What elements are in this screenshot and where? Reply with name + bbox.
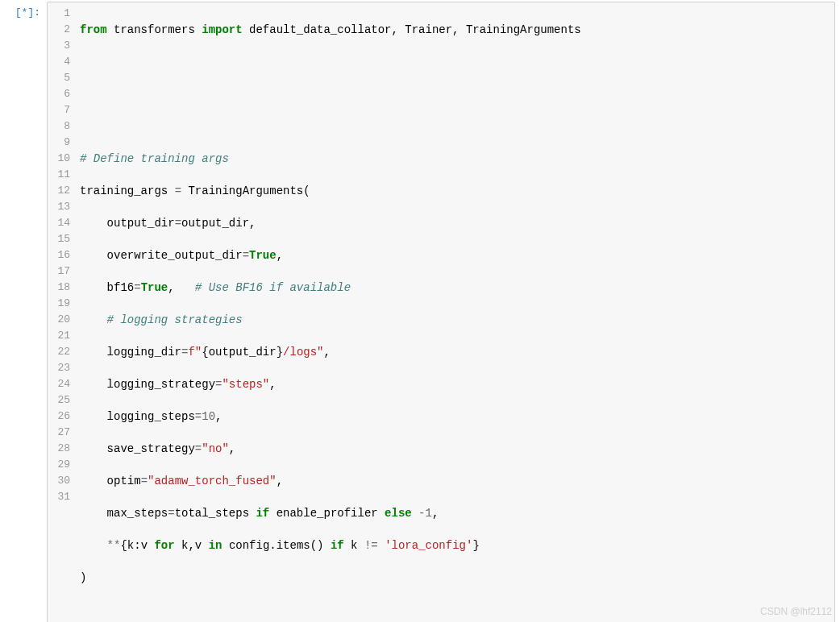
cell-prompt: [*]: bbox=[0, 2, 47, 622]
line-number-gutter: 1234 5678 9101112 13141516 17181920 2122… bbox=[48, 2, 75, 622]
code-cell: [*]: 1234 5678 9101112 13141516 17181920… bbox=[0, 0, 840, 622]
code-editor-content[interactable]: from transformers import default_data_co… bbox=[75, 2, 834, 622]
csdn-watermark: CSDN @lhf2112 bbox=[760, 606, 832, 617]
code-input-area[interactable]: 1234 5678 9101112 13141516 17181920 2122… bbox=[47, 2, 835, 622]
